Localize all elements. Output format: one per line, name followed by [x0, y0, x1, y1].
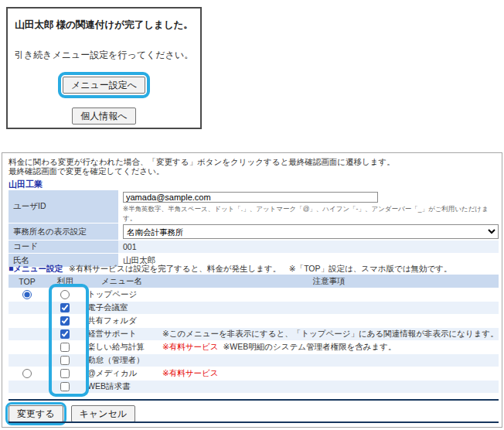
menu-note: ※有料サービス — [159, 367, 499, 380]
office-label: 事務所名の表示設定 — [9, 224, 118, 240]
menu-note — [159, 288, 499, 301]
menu-row-attendance: 勤怠（管理者） — [9, 354, 499, 367]
use-checkbox-medical[interactable] — [60, 369, 70, 378]
menu-table: TOP 利用 メニュー名 注意事項 トップページ 電子会議室 共有フォルダ — [9, 275, 499, 394]
intro-line-2: 最終確認画面で変更を確定してください。 — [9, 166, 164, 177]
menu-name: 勤怠（管理者） — [84, 354, 159, 367]
col-header-top: TOP — [9, 275, 46, 288]
dialog-title: 山田太郎 様の関連付けが完了しました。 — [8, 19, 200, 32]
menu-row-shared-folder: 共有フォルダ — [9, 315, 499, 328]
col-header-menu-name: メニュー名 — [84, 275, 159, 288]
use-checkbox-econference[interactable] — [60, 303, 70, 312]
menu-row-medical: @メディカル ※有料サービス — [9, 367, 499, 381]
use-checkbox-shared-folder[interactable] — [60, 316, 70, 326]
menu-note — [159, 354, 499, 367]
highlight-ring-menu-settings: メニュー設定へ — [58, 72, 150, 98]
user-settings-panel: 料金に関わる変更が行なわれた場合、「変更する」ボタンをクリックすると最終確認画面… — [2, 152, 502, 428]
menu-note — [159, 315, 499, 327]
use-checkbox-web-invoice[interactable] — [60, 382, 70, 391]
company-name: 山田工業 — [9, 179, 43, 190]
menu-section-title-row: ■メニュー設定※有料サービスは設定を完了すると、料金が発生します。 ※「TOP」… — [9, 264, 452, 275]
menu-row-web-invoice: WEB請求書 — [9, 381, 499, 394]
menu-note: ※有料サービス ※WEB明細のシステム管理者権限を含みます。 — [159, 341, 499, 353]
menu-row-top-page: トップページ — [9, 288, 499, 302]
association-complete-dialog: 山田太郎 様の関連付けが完了しました。 引き続きメニュー設定を行ってください。 … — [6, 7, 202, 129]
menu-row-payroll: 楽しい給与計算 ※有料サービス ※WEB明細のシステム管理者権限を含みます。 — [9, 341, 499, 354]
personal-info-button[interactable]: 個人情報へ — [72, 108, 135, 125]
divider-bottom — [9, 421, 499, 423]
use-checkbox-management-support[interactable] — [60, 329, 70, 339]
col-header-use: 利用 — [46, 275, 84, 288]
menu-row-management-support: 経営サポート ※このメニューを非表示にすると、「トップページ」にある関連情報が非… — [9, 328, 499, 341]
paid-service-note: ※有料サービス — [162, 342, 219, 353]
note-text: ※WEB明細のシステム管理者権限を含みます。 — [223, 342, 397, 353]
code-label: コード — [9, 241, 118, 253]
menu-row-econference: 電子会議室 — [9, 302, 499, 315]
form-row-code: コード 001 — [9, 241, 499, 253]
user-id-label: ユーザID — [9, 190, 118, 223]
menu-name: トップページ — [84, 288, 159, 301]
menu-section-title: ■メニュー設定 — [9, 264, 63, 273]
menu-settings-button-row: メニュー設定へ — [8, 72, 200, 98]
menu-name: 楽しい給与計算 — [84, 341, 159, 353]
user-id-value-cell: ※半角英数字、半角スペース、ドット「.」、アットマーク「@」、ハイフン「-」、ア… — [118, 190, 499, 223]
user-id-input[interactable] — [123, 192, 378, 203]
col-header-notes: 注意事項 — [159, 275, 499, 288]
menu-name: WEB請求書 — [84, 381, 159, 393]
office-value-cell: 名南会計事務所 — [118, 224, 499, 240]
form-row-user-id: ユーザID ※半角英数字、半角スペース、ドット「.」、アットマーク「@」、ハイフ… — [9, 190, 499, 223]
submit-button[interactable]: 変更する — [9, 405, 63, 422]
menu-section-note: ※有料サービスは設定を完了すると、料金が発生します。 ※「TOP」設定は、スマホ… — [69, 264, 451, 273]
divider-top — [9, 399, 499, 401]
user-info-form: ユーザID ※半角英数字、半角スペース、ドット「.」、アットマーク「@」、ハイフ… — [9, 190, 499, 268]
use-checkbox-attendance[interactable] — [60, 356, 70, 365]
menu-note — [159, 381, 499, 393]
top-radio-medical[interactable] — [22, 369, 32, 378]
note-text: ※このメニューを非表示にすると、「トップページ」にある関連情報が非表示になります… — [162, 329, 499, 340]
user-id-note: ※半角英数字、半角スペース、ドット「.」、アットマーク「@」、ハイフン「-」、ア… — [123, 205, 499, 224]
paid-service-note: ※有料サービス — [162, 368, 219, 379]
office-select[interactable]: 名南会計事務所 — [123, 224, 499, 239]
code-value: 001 — [118, 241, 499, 253]
menu-settings-button[interactable]: メニュー設定へ — [63, 77, 145, 94]
menu-name: 共有フォルダ — [84, 315, 159, 327]
menu-name: 電子会議室 — [84, 302, 159, 314]
menu-table-header: TOP 利用 メニュー名 注意事項 — [9, 275, 499, 288]
menu-note: ※このメニューを非表示にすると、「トップページ」にある関連情報が非表示になります… — [159, 328, 499, 340]
dialog-message: 引き続きメニュー設定を行ってください。 — [8, 49, 200, 62]
personal-info-button-row: 個人情報へ — [8, 108, 200, 125]
form-row-office: 事務所名の表示設定 名南会計事務所 — [9, 224, 499, 240]
menu-name: 経営サポート — [84, 328, 159, 340]
top-radio-top-page[interactable] — [22, 290, 32, 299]
use-checkbox-payroll[interactable] — [60, 343, 70, 352]
menu-note — [159, 302, 499, 314]
use-radio-top-page[interactable] — [60, 290, 70, 299]
cancel-button[interactable]: キャンセル — [71, 405, 135, 422]
menu-name: @メディカル — [84, 367, 159, 380]
